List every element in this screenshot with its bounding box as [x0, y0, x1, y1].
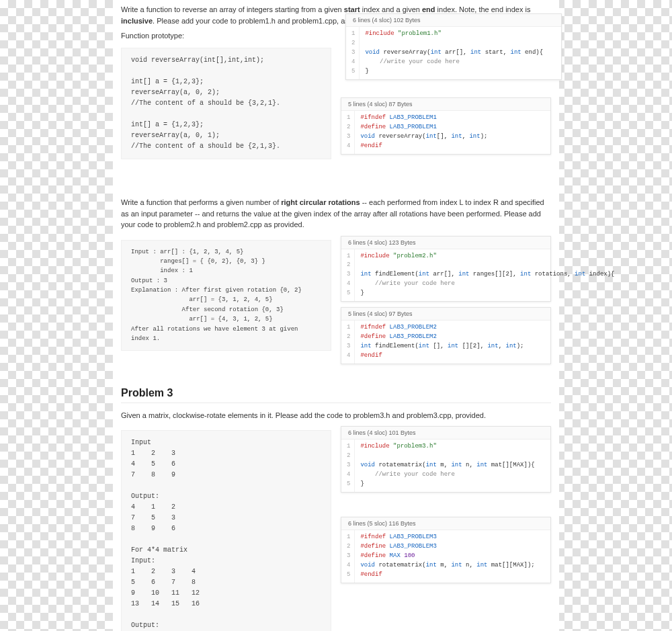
- p3-h-card: 6 lines (5 sloc) 116 Bytes 1 2 3 4 5 #if…: [341, 517, 551, 583]
- p3-cpp-code: #include "problem3.h" void rotatematrix(…: [355, 439, 540, 492]
- p3-cpp-head: 6 lines (4 sloc) 101 Bytes: [341, 427, 550, 439]
- p3-cpp-card: 6 lines (4 sloc) 101 Bytes 1 2 3 4 5 #in…: [341, 426, 551, 493]
- p3-h-head: 6 lines (5 sloc) 116 Bytes: [341, 517, 550, 530]
- p1-cpp-card: 6 lines (4 sloc) 102 Bytes 1 2 3 4 5 #in…: [345, 13, 562, 80]
- p1-h-card: 5 lines (4 sloc) 87 Bytes 1 2 3 4 #ifnde…: [341, 97, 551, 155]
- p2-h-card: 5 lines (4 sloc) 97 Bytes 1 2 3 4 #ifnde…: [341, 307, 551, 364]
- p2-cpp-card: 6 lines (4 sloc) 123 Bytes 1 2 3 4 5 #in…: [341, 236, 551, 302]
- p2-description: Write a function that performs a given n…: [121, 197, 551, 230]
- p3-h-code: #ifndef LAB3_PROBLEM3 #define LAB3_PROBL…: [355, 530, 540, 583]
- p3-description: Given a matrix, clockwise-rotate element…: [121, 410, 551, 421]
- p3-cpp-gutter: 1 2 3 4 5: [341, 439, 355, 492]
- p3-title: Problem 3: [121, 387, 551, 403]
- p3-h-gutter: 1 2 3 4 5: [341, 530, 355, 583]
- p2-example: Input : arr[] : {1, 2, 3, 4, 5} ranges[]…: [121, 240, 331, 351]
- p1-h-head: 5 lines (4 sloc) 87 Bytes: [341, 98, 550, 111]
- document-page: 6 lines (4 sloc) 102 Bytes 1 2 3 4 5 #in…: [113, 0, 559, 631]
- p2-h-head: 5 lines (4 sloc) 97 Bytes: [341, 308, 550, 321]
- p2-h-gutter: 1 2 3 4: [341, 321, 355, 364]
- p1-cpp-code: #include "problem1.h" void reverseArray(…: [360, 27, 548, 79]
- p2-h-code: #ifndef LAB3_PROBLEM2 #define LAB3_PROBL…: [355, 321, 529, 364]
- p2-cpp-gutter: 1 2 3 4 5: [341, 249, 355, 302]
- p3-example: Input 1 2 3 4 5 6 7 8 9 Output: 4 1 2 7 …: [121, 430, 331, 631]
- p1-cpp-head: 6 lines (4 sloc) 102 Bytes: [346, 14, 561, 27]
- p1-proto-code: void reverseArray(int[],int,int); int[] …: [121, 48, 331, 159]
- p1-h-code: #ifndef LAB3_PROBLEM1 #define LAB3_PROBL…: [355, 111, 493, 154]
- p2-cpp-code: #include "problem2.h" int findElement(in…: [355, 249, 620, 302]
- p1-h-gutter: 1 2 3 4: [341, 111, 355, 154]
- p2-cpp-head: 6 lines (4 sloc) 123 Bytes: [341, 237, 550, 249]
- p1-cpp-gutter: 1 2 3 4 5: [346, 27, 360, 79]
